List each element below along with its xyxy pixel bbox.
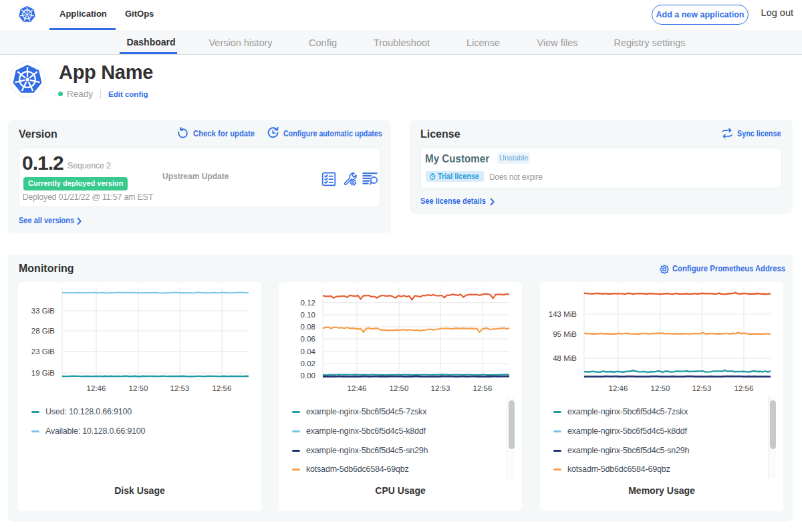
svg-text:12:53: 12:53 [431,384,450,392]
svg-text:95 MiB: 95 MiB [553,330,577,338]
svg-text:12:56: 12:56 [734,384,754,392]
svg-text:12:46: 12:46 [87,384,106,392]
svg-text:19 GiB: 19 GiB [31,369,55,377]
svg-text:12:50: 12:50 [129,384,148,392]
svg-text:33 GiB: 33 GiB [31,307,55,315]
svg-text:12:53: 12:53 [170,384,190,392]
svg-text:12:50: 12:50 [651,384,670,392]
svg-text:12:56: 12:56 [473,384,493,392]
svg-text:0.02: 0.02 [301,360,315,368]
svg-text:12:56: 12:56 [213,384,232,392]
svg-text:0.08: 0.08 [301,323,315,331]
svg-text:0.06: 0.06 [301,335,315,343]
svg-text:0.10: 0.10 [301,311,315,319]
svg-text:0.00: 0.00 [301,372,315,380]
svg-text:28 GiB: 28 GiB [31,327,55,335]
svg-text:0.04: 0.04 [301,348,316,356]
svg-text:12:53: 12:53 [692,384,712,392]
svg-text:143 MiB: 143 MiB [549,310,577,318]
svg-text:12:46: 12:46 [609,384,628,392]
svg-text:48 MiB: 48 MiB [553,354,577,362]
svg-text:12:50: 12:50 [390,384,409,392]
svg-text:12:46: 12:46 [348,384,367,392]
svg-text:0.12: 0.12 [301,299,315,307]
svg-text:23 GiB: 23 GiB [31,348,55,356]
